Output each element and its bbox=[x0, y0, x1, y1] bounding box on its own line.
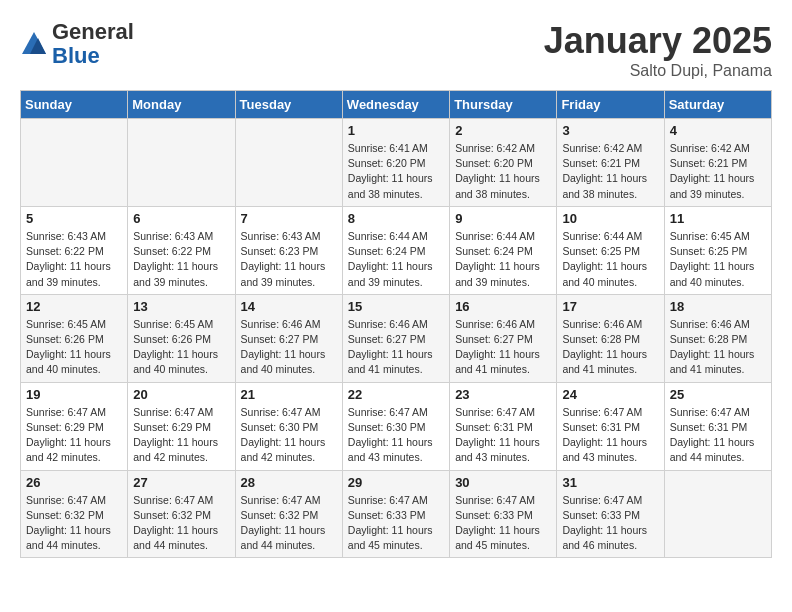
calendar-cell: 29Sunrise: 6:47 AM Sunset: 6:33 PM Dayli… bbox=[342, 470, 449, 558]
day-info: Sunrise: 6:41 AM Sunset: 6:20 PM Dayligh… bbox=[348, 141, 444, 202]
day-number: 25 bbox=[670, 387, 766, 402]
day-info: Sunrise: 6:47 AM Sunset: 6:33 PM Dayligh… bbox=[348, 493, 444, 554]
day-number: 11 bbox=[670, 211, 766, 226]
calendar-cell: 21Sunrise: 6:47 AM Sunset: 6:30 PM Dayli… bbox=[235, 382, 342, 470]
calendar-cell: 14Sunrise: 6:46 AM Sunset: 6:27 PM Dayli… bbox=[235, 294, 342, 382]
day-number: 26 bbox=[26, 475, 122, 490]
logo-icon bbox=[20, 30, 48, 58]
calendar-cell: 1Sunrise: 6:41 AM Sunset: 6:20 PM Daylig… bbox=[342, 119, 449, 207]
day-info: Sunrise: 6:47 AM Sunset: 6:32 PM Dayligh… bbox=[26, 493, 122, 554]
calendar-cell: 27Sunrise: 6:47 AM Sunset: 6:32 PM Dayli… bbox=[128, 470, 235, 558]
day-info: Sunrise: 6:47 AM Sunset: 6:32 PM Dayligh… bbox=[241, 493, 337, 554]
day-number: 27 bbox=[133, 475, 229, 490]
calendar-cell: 26Sunrise: 6:47 AM Sunset: 6:32 PM Dayli… bbox=[21, 470, 128, 558]
calendar-cell: 6Sunrise: 6:43 AM Sunset: 6:22 PM Daylig… bbox=[128, 206, 235, 294]
day-number: 20 bbox=[133, 387, 229, 402]
day-info: Sunrise: 6:47 AM Sunset: 6:33 PM Dayligh… bbox=[455, 493, 551, 554]
calendar-week-5: 26Sunrise: 6:47 AM Sunset: 6:32 PM Dayli… bbox=[21, 470, 772, 558]
day-info: Sunrise: 6:44 AM Sunset: 6:24 PM Dayligh… bbox=[348, 229, 444, 290]
location-subtitle: Salto Dupi, Panama bbox=[544, 62, 772, 80]
day-info: Sunrise: 6:47 AM Sunset: 6:31 PM Dayligh… bbox=[455, 405, 551, 466]
day-info: Sunrise: 6:47 AM Sunset: 6:31 PM Dayligh… bbox=[670, 405, 766, 466]
day-info: Sunrise: 6:43 AM Sunset: 6:22 PM Dayligh… bbox=[133, 229, 229, 290]
weekday-header-row: SundayMondayTuesdayWednesdayThursdayFrid… bbox=[21, 91, 772, 119]
calendar-cell bbox=[664, 470, 771, 558]
calendar-cell: 24Sunrise: 6:47 AM Sunset: 6:31 PM Dayli… bbox=[557, 382, 664, 470]
day-info: Sunrise: 6:45 AM Sunset: 6:26 PM Dayligh… bbox=[26, 317, 122, 378]
day-number: 30 bbox=[455, 475, 551, 490]
logo-blue: Blue bbox=[52, 43, 100, 68]
day-number: 13 bbox=[133, 299, 229, 314]
day-number: 15 bbox=[348, 299, 444, 314]
calendar-cell: 16Sunrise: 6:46 AM Sunset: 6:27 PM Dayli… bbox=[450, 294, 557, 382]
day-number: 31 bbox=[562, 475, 658, 490]
day-info: Sunrise: 6:44 AM Sunset: 6:25 PM Dayligh… bbox=[562, 229, 658, 290]
calendar-cell: 18Sunrise: 6:46 AM Sunset: 6:28 PM Dayli… bbox=[664, 294, 771, 382]
day-info: Sunrise: 6:43 AM Sunset: 6:23 PM Dayligh… bbox=[241, 229, 337, 290]
calendar-week-2: 5Sunrise: 6:43 AM Sunset: 6:22 PM Daylig… bbox=[21, 206, 772, 294]
title-block: January 2025 Salto Dupi, Panama bbox=[544, 20, 772, 80]
day-number: 22 bbox=[348, 387, 444, 402]
calendar-cell: 23Sunrise: 6:47 AM Sunset: 6:31 PM Dayli… bbox=[450, 382, 557, 470]
day-info: Sunrise: 6:47 AM Sunset: 6:33 PM Dayligh… bbox=[562, 493, 658, 554]
calendar-cell: 12Sunrise: 6:45 AM Sunset: 6:26 PM Dayli… bbox=[21, 294, 128, 382]
calendar-cell: 31Sunrise: 6:47 AM Sunset: 6:33 PM Dayli… bbox=[557, 470, 664, 558]
day-info: Sunrise: 6:46 AM Sunset: 6:28 PM Dayligh… bbox=[562, 317, 658, 378]
day-number: 16 bbox=[455, 299, 551, 314]
logo-text: General Blue bbox=[52, 20, 134, 68]
day-number: 14 bbox=[241, 299, 337, 314]
calendar-cell: 20Sunrise: 6:47 AM Sunset: 6:29 PM Dayli… bbox=[128, 382, 235, 470]
day-info: Sunrise: 6:46 AM Sunset: 6:27 PM Dayligh… bbox=[241, 317, 337, 378]
calendar-cell: 4Sunrise: 6:42 AM Sunset: 6:21 PM Daylig… bbox=[664, 119, 771, 207]
day-number: 7 bbox=[241, 211, 337, 226]
calendar-cell: 3Sunrise: 6:42 AM Sunset: 6:21 PM Daylig… bbox=[557, 119, 664, 207]
day-info: Sunrise: 6:47 AM Sunset: 6:29 PM Dayligh… bbox=[26, 405, 122, 466]
calendar-cell: 28Sunrise: 6:47 AM Sunset: 6:32 PM Dayli… bbox=[235, 470, 342, 558]
day-number: 18 bbox=[670, 299, 766, 314]
day-info: Sunrise: 6:47 AM Sunset: 6:30 PM Dayligh… bbox=[241, 405, 337, 466]
weekday-header-wednesday: Wednesday bbox=[342, 91, 449, 119]
calendar-cell: 10Sunrise: 6:44 AM Sunset: 6:25 PM Dayli… bbox=[557, 206, 664, 294]
calendar-cell: 22Sunrise: 6:47 AM Sunset: 6:30 PM Dayli… bbox=[342, 382, 449, 470]
day-info: Sunrise: 6:45 AM Sunset: 6:25 PM Dayligh… bbox=[670, 229, 766, 290]
weekday-header-monday: Monday bbox=[128, 91, 235, 119]
day-number: 21 bbox=[241, 387, 337, 402]
day-info: Sunrise: 6:45 AM Sunset: 6:26 PM Dayligh… bbox=[133, 317, 229, 378]
calendar-cell: 7Sunrise: 6:43 AM Sunset: 6:23 PM Daylig… bbox=[235, 206, 342, 294]
day-number: 28 bbox=[241, 475, 337, 490]
day-info: Sunrise: 6:43 AM Sunset: 6:22 PM Dayligh… bbox=[26, 229, 122, 290]
day-info: Sunrise: 6:47 AM Sunset: 6:29 PM Dayligh… bbox=[133, 405, 229, 466]
calendar-cell: 8Sunrise: 6:44 AM Sunset: 6:24 PM Daylig… bbox=[342, 206, 449, 294]
calendar-week-4: 19Sunrise: 6:47 AM Sunset: 6:29 PM Dayli… bbox=[21, 382, 772, 470]
day-info: Sunrise: 6:42 AM Sunset: 6:21 PM Dayligh… bbox=[562, 141, 658, 202]
day-number: 23 bbox=[455, 387, 551, 402]
calendar-cell bbox=[21, 119, 128, 207]
calendar-cell: 25Sunrise: 6:47 AM Sunset: 6:31 PM Dayli… bbox=[664, 382, 771, 470]
day-number: 10 bbox=[562, 211, 658, 226]
day-info: Sunrise: 6:44 AM Sunset: 6:24 PM Dayligh… bbox=[455, 229, 551, 290]
day-info: Sunrise: 6:47 AM Sunset: 6:30 PM Dayligh… bbox=[348, 405, 444, 466]
day-number: 1 bbox=[348, 123, 444, 138]
day-number: 9 bbox=[455, 211, 551, 226]
day-number: 24 bbox=[562, 387, 658, 402]
calendar-cell: 11Sunrise: 6:45 AM Sunset: 6:25 PM Dayli… bbox=[664, 206, 771, 294]
calendar-cell: 2Sunrise: 6:42 AM Sunset: 6:20 PM Daylig… bbox=[450, 119, 557, 207]
day-number: 17 bbox=[562, 299, 658, 314]
day-number: 6 bbox=[133, 211, 229, 226]
day-number: 3 bbox=[562, 123, 658, 138]
calendar-cell: 30Sunrise: 6:47 AM Sunset: 6:33 PM Dayli… bbox=[450, 470, 557, 558]
calendar-cell: 5Sunrise: 6:43 AM Sunset: 6:22 PM Daylig… bbox=[21, 206, 128, 294]
weekday-header-thursday: Thursday bbox=[450, 91, 557, 119]
day-number: 4 bbox=[670, 123, 766, 138]
month-title: January 2025 bbox=[544, 20, 772, 62]
calendar-cell: 13Sunrise: 6:45 AM Sunset: 6:26 PM Dayli… bbox=[128, 294, 235, 382]
day-number: 5 bbox=[26, 211, 122, 226]
weekday-header-friday: Friday bbox=[557, 91, 664, 119]
day-number: 2 bbox=[455, 123, 551, 138]
day-info: Sunrise: 6:47 AM Sunset: 6:31 PM Dayligh… bbox=[562, 405, 658, 466]
day-info: Sunrise: 6:46 AM Sunset: 6:27 PM Dayligh… bbox=[455, 317, 551, 378]
page-header: General Blue January 2025 Salto Dupi, Pa… bbox=[20, 20, 772, 80]
day-info: Sunrise: 6:46 AM Sunset: 6:27 PM Dayligh… bbox=[348, 317, 444, 378]
calendar-cell: 9Sunrise: 6:44 AM Sunset: 6:24 PM Daylig… bbox=[450, 206, 557, 294]
weekday-header-sunday: Sunday bbox=[21, 91, 128, 119]
